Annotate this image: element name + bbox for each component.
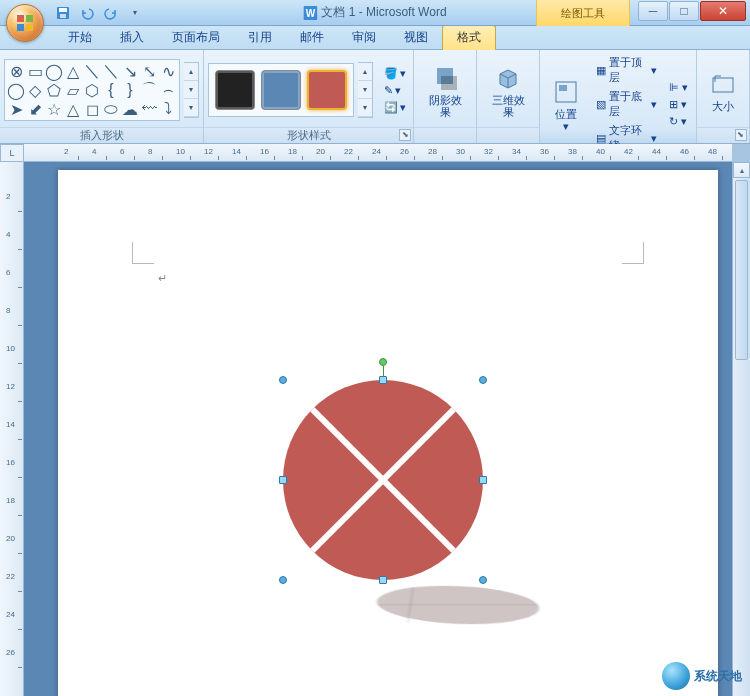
change-shape-button[interactable]: 🔄▾ [381,100,409,115]
page[interactable]: ↵ [58,170,718,696]
send-to-back-button[interactable]: ▧置于底层 ▾ [592,87,661,121]
gallery-more-button[interactable]: ▾ [184,99,198,117]
shape-icon[interactable]: ⊗ [7,62,25,80]
tab-format[interactable]: 格式 [442,25,496,50]
shape-icon[interactable]: ◻ [83,100,101,118]
scroll-up-button[interactable]: ▴ [733,162,750,178]
watermark-icon [662,662,690,690]
shape-icon[interactable]: ⬭ [102,100,120,118]
3d-effects-button[interactable]: 三维效果 [481,60,535,120]
handle-tr[interactable] [479,376,487,384]
shape-icon[interactable]: ➤ [7,100,25,118]
handle-tm[interactable] [379,376,387,384]
ruler-corner[interactable]: L [0,144,24,162]
shape-icon[interactable]: ◇ [26,81,44,99]
bring-to-front-button[interactable]: ▦置于顶层 ▾ [592,53,661,87]
group-label: 插入形状 [0,127,203,143]
group-size: 大小 ⬊ [697,50,750,143]
handle-bl[interactable] [279,576,287,584]
tab-insert[interactable]: 插入 [106,26,158,49]
svg-rect-2 [17,24,24,31]
shape-icon[interactable]: ◯ [7,81,25,99]
shape-fill-button[interactable]: 🪣◆ ▾▾ [381,66,409,81]
dialog-launcher[interactable]: ⬊ [735,129,747,141]
group-label: 形状样式⬊ [204,127,413,143]
shape-icon[interactable]: ＼ [102,62,120,80]
shape-icon[interactable]: △ [64,62,82,80]
size-button[interactable]: 大小 [701,66,745,114]
group-shape-styles: ▴ ▾ ▾ 🪣◆ ▾▾ ✎▾ 🔄▾ 形状样式⬊ [204,50,414,143]
tab-page-layout[interactable]: 页面布局 [158,26,234,49]
tab-review[interactable]: 审阅 [338,26,390,49]
shape-icon[interactable]: } [121,81,139,99]
shape-icon[interactable]: ⌢ [159,81,177,99]
office-button[interactable] [6,4,44,42]
shape-icon[interactable]: ▱ [64,81,82,99]
tab-references[interactable]: 引用 [234,26,286,49]
shape-icon[interactable]: ⤵ [159,100,177,118]
shape-icon[interactable]: ⬠ [45,81,63,99]
style-gallery-scroll: ▴ ▾ ▾ [358,62,373,118]
group-button[interactable]: ⊞▾ [665,96,692,113]
shape-icon[interactable]: ∿ [159,62,177,80]
outline-icon: ✎ [384,84,393,97]
vertical-ruler[interactable]: 2468101214161820222426 [0,162,24,696]
shape-icon[interactable]: △ [64,100,82,118]
shape-icon[interactable]: ⬡ [83,81,101,99]
style-more-button[interactable]: ▾ [358,99,372,117]
gallery-up-button[interactable]: ▴ [184,63,198,81]
handle-mr[interactable] [479,476,487,484]
redo-button[interactable] [100,3,122,23]
style-gallery[interactable] [208,63,354,117]
shape-icon[interactable]: ▭ [26,62,44,80]
circle-shape[interactable] [283,380,483,580]
maximize-button[interactable]: □ [669,1,699,21]
qat-more-button[interactable]: ▾ [124,3,146,23]
align-button[interactable]: ⊫▾ [665,79,692,96]
tab-home[interactable]: 开始 [54,26,106,49]
rotation-handle[interactable] [379,358,387,366]
style-up-button[interactable]: ▴ [358,63,372,81]
save-button[interactable] [52,3,74,23]
shape-icon[interactable]: ⬳ [140,100,158,118]
gallery-down-button[interactable]: ▾ [184,81,198,99]
tab-mailings[interactable]: 邮件 [286,26,338,49]
horizontal-ruler[interactable]: 2468101214161820222426283032343638404244… [24,144,732,162]
shape-icon[interactable]: { [102,81,120,99]
undo-button[interactable] [76,3,98,23]
shape-outline-button[interactable]: ✎▾ [381,83,409,98]
handle-bm[interactable] [379,576,387,584]
handle-br[interactable] [479,576,487,584]
style-swatch-black[interactable] [215,70,255,110]
shape-icon[interactable]: ⤡ [140,62,158,80]
close-button[interactable]: ✕ [700,1,746,21]
shape-icon[interactable]: ⌒ [140,81,158,99]
quick-access-toolbar: ▾ [52,3,146,23]
page-viewport[interactable]: ↵ [24,162,732,696]
scroll-thumb[interactable] [735,180,748,360]
position-button[interactable]: 位置▾ [544,74,588,134]
rotate-button[interactable]: ↻▾ [665,113,692,130]
tab-view[interactable]: 视图 [390,26,442,49]
handle-ml[interactable] [279,476,287,484]
minimize-button[interactable]: ─ [638,1,668,21]
shapes-gallery[interactable]: ⊗▭◯△＼＼↘⤡∿ ◯◇⬠▱⬡{}⌒⌢ ➤⬋☆△◻⬭☁⬳⤵ [4,59,180,121]
shape-icon[interactable]: ⬋ [26,100,44,118]
arrange-list-2: ⊫▾ ⊞▾ ↻▾ [665,79,692,130]
shape-icon[interactable]: ◯ [45,62,63,80]
group-shadow: 阴影效果 [414,50,477,143]
style-down-button[interactable]: ▾ [358,81,372,99]
shadow-effects-button[interactable]: 阴影效果 [418,60,472,120]
group-3d: 三维效果 [477,50,540,143]
handle-tl[interactable] [279,376,287,384]
style-swatch-red[interactable] [307,70,347,110]
shape-icon[interactable]: ＼ [83,62,101,80]
dialog-launcher[interactable]: ⬊ [399,129,411,141]
window-title: W 文档 1 - Microsoft Word [303,4,446,21]
shape-icon[interactable]: ↘ [121,62,139,80]
shape-icon[interactable]: ☁ [121,100,139,118]
selected-shape[interactable] [283,380,483,580]
shape-icon[interactable]: ☆ [45,100,63,118]
style-swatch-blue[interactable] [261,70,301,110]
vertical-scrollbar[interactable]: ▴ [732,162,750,696]
